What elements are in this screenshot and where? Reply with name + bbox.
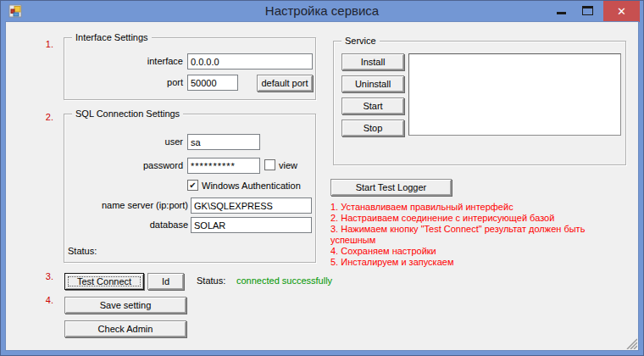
- interface-input[interactable]: [187, 53, 313, 70]
- windows-authentication-checkbox[interactable]: [187, 180, 198, 191]
- save-setting-button[interactable]: Save setting: [64, 297, 186, 314]
- user-input[interactable]: [187, 134, 260, 150]
- service-group: Service Install Uninstall Start Stop: [333, 41, 626, 165]
- resize-grip-icon[interactable]: [625, 337, 637, 349]
- check-admin-button[interactable]: Check Admin: [64, 320, 186, 337]
- step-number-3: 3.: [36, 271, 53, 281]
- start-button[interactable]: Start: [341, 97, 404, 114]
- window-title: Настройка сервиса: [0, 0, 644, 22]
- close-icon[interactable]: ✕: [603, 1, 640, 22]
- install-button[interactable]: Install: [341, 53, 404, 70]
- windows-authentication-label: Windows Authentication: [202, 181, 301, 191]
- name-server-input[interactable]: [191, 197, 312, 214]
- connection-status-value: connected successfully: [236, 275, 332, 286]
- interface-settings-legend: Interface Settings: [72, 32, 152, 42]
- interface-label: interface: [91, 56, 183, 66]
- port-input[interactable]: [187, 75, 238, 91]
- instruction-line: 3. Нажимаем кнопку "Test Connect" резуль…: [330, 224, 585, 235]
- view-checkbox-label: view: [279, 160, 297, 170]
- client-area: 1. 2. 3. 4. Interface Settings interface…: [6, 22, 638, 350]
- maximize-icon[interactable]: [582, 6, 593, 15]
- instruction-line: 2. Настраиваем соединение с интерисующей…: [330, 213, 585, 224]
- view-checkbox[interactable]: [264, 159, 275, 170]
- instruction-line: успешным: [330, 235, 585, 246]
- database-input[interactable]: [191, 217, 312, 233]
- sql-status-label: Status:: [68, 246, 97, 256]
- start-test-logger-button[interactable]: Start Test Logger: [330, 179, 452, 196]
- service-log-listbox[interactable]: [408, 53, 621, 136]
- instruction-line: 4. Сохраняем настройки: [330, 246, 585, 257]
- default-port-button[interactable]: default port: [257, 75, 313, 92]
- password-label: password: [91, 160, 183, 170]
- stop-button[interactable]: Stop: [341, 120, 404, 136]
- step-number-4: 4.: [36, 295, 53, 305]
- instruction-line: 5. Инсталируем и запускаем: [330, 257, 585, 268]
- title-bar[interactable]: Настройка сервиса ✕: [0, 0, 644, 22]
- sql-settings-legend: SQL Connection Settings: [72, 108, 183, 119]
- connection-status-label: Status:: [197, 275, 225, 286]
- database-label: database: [57, 220, 188, 230]
- app-window: Настройка сервиса ✕ 1. 2. 3. 4. Interfac…: [0, 0, 644, 356]
- port-label: port: [91, 77, 183, 87]
- instruction-line: 1. Устанавливаем правильный интерфейс: [330, 202, 585, 213]
- test-connect-button[interactable]: Test Connect: [64, 273, 144, 290]
- id-button[interactable]: Id: [147, 273, 184, 290]
- user-label: user: [91, 136, 183, 147]
- service-legend: Service: [341, 36, 380, 46]
- step-number-2: 2.: [36, 112, 53, 122]
- step-number-1: 1.: [36, 39, 53, 49]
- password-input[interactable]: [187, 158, 260, 174]
- name-server-label: name server (ip:port): [57, 200, 188, 210]
- instructions-text: 1. Устанавливаем правильный интерфейс 2.…: [330, 202, 585, 268]
- uninstall-button[interactable]: Uninstall: [341, 75, 404, 92]
- minimize-icon[interactable]: [557, 12, 566, 14]
